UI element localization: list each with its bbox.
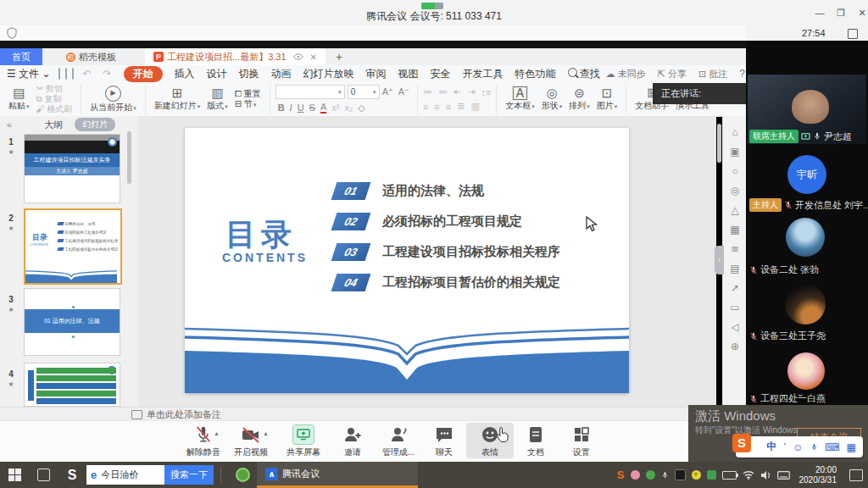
- comment-button[interactable]: ⊡ 批注: [698, 68, 727, 80]
- settings-button[interactable]: 设置: [558, 423, 605, 458]
- task-view-button[interactable]: [29, 462, 58, 488]
- align-right-icon[interactable]: ≡: [446, 102, 451, 112]
- redo-icon[interactable]: ↷: [103, 68, 112, 80]
- eye-protect-icon[interactable]: [293, 53, 303, 60]
- slides-tab[interactable]: 幻灯片: [75, 118, 115, 131]
- underline-icon[interactable]: U: [298, 103, 304, 113]
- thumb-slide-2[interactable]: 目录 CONTENTS 适用的法律、法规 必须招标的工程项目规定 工程建设项目招…: [24, 208, 122, 285]
- tray-speaker-icon[interactable]: [760, 470, 771, 480]
- ime-voice-icon[interactable]: [810, 442, 818, 452]
- align-left-icon[interactable]: ≡: [423, 102, 428, 112]
- tray-flower-icon[interactable]: [631, 470, 640, 480]
- taskbar-tencent-meeting[interactable]: ∧ 腾讯会议: [257, 462, 418, 488]
- align-center-icon[interactable]: ≡: [434, 102, 439, 112]
- copy-button[interactable]: ⧉ 复制: [36, 94, 73, 104]
- current-slide[interactable]: 目录 CONTENTS 01 适用的法律、法规 02 必须招标的工程项目规定 0…: [185, 128, 629, 393]
- numbering-icon[interactable]: ≕: [438, 86, 448, 97]
- new-slide-button[interactable]: ⊞新建幻灯片▾: [154, 86, 201, 112]
- tray-keyboard-icon[interactable]: [777, 471, 790, 480]
- menu-tab-animation[interactable]: 动画: [271, 67, 292, 81]
- avatar-yuxin[interactable]: 宇昕: [787, 155, 826, 194]
- avatar-liuyu[interactable]: [786, 218, 825, 257]
- tab-home[interactable]: 首页: [0, 48, 42, 65]
- section-button[interactable]: ⊟ 节▾: [235, 99, 261, 110]
- tray-plus-icon[interactable]: +: [692, 470, 701, 480]
- menu-tab-features[interactable]: 特色功能: [515, 67, 556, 81]
- taskbar-clock[interactable]: 20:00 2020/3/31: [799, 465, 837, 485]
- add-panel-icon[interactable]: ⊕: [731, 341, 739, 352]
- taskbar-search[interactable]: e 今日油价 搜索一下: [86, 465, 214, 485]
- menu-tab-view[interactable]: 视图: [398, 67, 419, 81]
- paste-button[interactable]: ▤粘贴▾: [8, 86, 30, 112]
- menu-tab-transition[interactable]: 切换: [239, 67, 259, 81]
- menu-tab-slideshow[interactable]: 幻灯片放映: [303, 67, 354, 81]
- triangle-panel-icon[interactable]: △: [731, 204, 738, 216]
- arrange-button[interactable]: ⊜排列▾: [569, 86, 590, 112]
- menu-tab-review[interactable]: 审阅: [366, 67, 387, 81]
- tray-battery-icon[interactable]: [722, 471, 737, 480]
- ime-toolbar[interactable]: 中 ’ ☺ ⌨ ▦: [736, 436, 863, 458]
- action-center-icon[interactable]: [849, 469, 863, 481]
- ime-punct-icon[interactable]: ’: [784, 441, 787, 453]
- save-icon[interactable]: [58, 68, 60, 80]
- textbox-button[interactable]: 🄰文本框▾: [505, 86, 535, 112]
- frame-panel-icon[interactable]: ▭: [730, 302, 739, 313]
- ime-lang-icon[interactable]: 中: [766, 440, 776, 454]
- restore-button[interactable]: ❐: [833, 5, 849, 20]
- file-menu[interactable]: ☰ 文件 ⌄: [7, 67, 50, 81]
- layout-panel-icon[interactable]: ▤: [730, 263, 739, 274]
- format-painter-button[interactable]: 🖌 格式刷: [36, 104, 73, 114]
- menu-tab-devtools[interactable]: 开发工具: [463, 67, 504, 81]
- menu-tab-insert[interactable]: 插入: [175, 67, 195, 81]
- shape-button[interactable]: ◎形状▾: [542, 86, 563, 112]
- tray-pointer-icon[interactable]: [675, 469, 686, 480]
- output-icon[interactable]: [65, 68, 67, 80]
- cut-button[interactable]: ✂ 剪切: [36, 84, 73, 94]
- image-panel-icon[interactable]: ◁: [731, 321, 738, 333]
- collapse-panel-icon[interactable]: «: [7, 119, 12, 130]
- undo-icon[interactable]: ↶: [82, 68, 91, 80]
- italic-icon[interactable]: I: [290, 103, 292, 113]
- target-panel-icon[interactable]: ◎: [731, 185, 739, 197]
- fullscreen-icon[interactable]: [848, 29, 858, 39]
- grow-font-icon[interactable]: A⁺: [382, 86, 393, 97]
- shape-panel-icon[interactable]: ○: [732, 165, 737, 177]
- tray-mic-icon[interactable]: [661, 470, 669, 480]
- share-button[interactable]: ⇱ 分享: [658, 68, 687, 80]
- outline-tab[interactable]: 大纲: [44, 119, 63, 131]
- notes-bar[interactable]: 单击此处添加备注: [0, 407, 716, 421]
- sogou-logo-icon[interactable]: S: [732, 434, 751, 452]
- minimize-button[interactable]: —: [812, 5, 827, 20]
- unmute-button[interactable]: 解除静音: [180, 423, 227, 458]
- chat-button[interactable]: 聊天: [420, 423, 468, 458]
- columns-icon[interactable]: ▥: [470, 101, 479, 112]
- help-button[interactable]: ?: [739, 68, 745, 80]
- share-screen-button[interactable]: 共享屏幕: [280, 423, 327, 458]
- video-options-caret[interactable]: ▲: [263, 430, 269, 436]
- emoji-button[interactable]: 表情: [466, 423, 514, 458]
- layout-button[interactable]: ▥版式▾: [207, 86, 228, 112]
- start-button[interactable]: [0, 462, 29, 488]
- avatar-zhangbo[interactable]: [785, 284, 826, 324]
- font-color-icon[interactable]: A: [320, 102, 326, 114]
- thumb-slide-3[interactable]: 01 适用的法律、法规: [24, 288, 120, 356]
- line-spacing-icon[interactable]: ↕≡: [481, 87, 491, 97]
- highlight-icon[interactable]: ◇: [358, 103, 364, 114]
- strikethrough-icon[interactable]: S: [309, 103, 315, 113]
- thumb-slide-4[interactable]: [24, 363, 120, 407]
- collapse-videos-chevron[interactable]: ⌄: [792, 388, 809, 399]
- tab-document[interactable]: P 工程建设项目招...最新】3.31 ✕: [145, 48, 326, 65]
- menu-tab-security[interactable]: 安全: [431, 67, 451, 81]
- tab-templates[interactable]: 稻 稻壳模板: [58, 48, 125, 65]
- avatar-baiyan[interactable]: [787, 352, 825, 390]
- grid-panel-icon[interactable]: ▦: [730, 224, 739, 236]
- indent-more-icon[interactable]: ⇥: [467, 86, 475, 97]
- tray-cam-icon[interactable]: [707, 470, 716, 480]
- shrink-font-icon[interactable]: A⁻: [398, 86, 409, 97]
- tray-shield-icon[interactable]: [646, 470, 655, 480]
- font-name-select[interactable]: ▾: [275, 85, 345, 99]
- print-icon[interactable]: [72, 68, 74, 80]
- superscript-icon[interactable]: x²: [331, 103, 339, 113]
- manage-members-button[interactable]: 管理成...: [375, 423, 422, 458]
- green-app-button[interactable]: [228, 462, 257, 488]
